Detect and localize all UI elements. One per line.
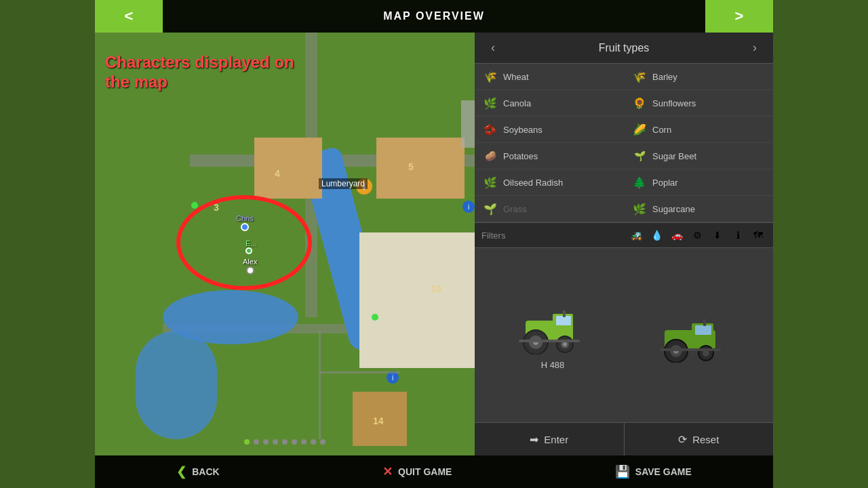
map-overview-title: MAP OVERVIEW xyxy=(163,10,705,22)
fruit-item-soybeans[interactable]: 🫘 Soybeans xyxy=(475,117,624,143)
bottom-bar: ❮ BACK ✕ QUIT GAME 💾 SAVE GAME xyxy=(95,455,773,488)
vehicle-area: H 488 xyxy=(475,248,773,422)
sugarcane-icon: 🌿 xyxy=(632,201,647,216)
fruit-label-wheat: Wheat xyxy=(503,72,529,82)
top-bar: < MAP OVERVIEW > xyxy=(95,0,773,33)
oilseed-icon: 🌿 xyxy=(483,175,498,190)
enter-button[interactable]: ➡ Enter xyxy=(475,423,625,455)
field-num-4: 4 xyxy=(275,168,280,179)
map-road-vert xyxy=(319,331,321,439)
map-building-4 xyxy=(461,100,475,148)
svg-rect-13 xyxy=(695,325,711,335)
field-num-14: 14 xyxy=(373,415,384,426)
back-label: BACK xyxy=(192,466,219,477)
fruit-prev-button[interactable]: ‹ xyxy=(486,39,500,56)
dot-6[interactable] xyxy=(292,439,297,445)
fruit-label-sugarcane: Sugarcane xyxy=(652,204,695,214)
fruit-item-grass[interactable]: 🌱 Grass xyxy=(475,196,624,222)
wheat-icon: 🌾 xyxy=(483,69,498,84)
fruit-label-potatoes: Potatoes xyxy=(503,151,538,161)
lumberyard-label: Lumberyard xyxy=(319,178,368,189)
filter-download-icon[interactable]: ⬇ xyxy=(709,227,726,243)
dot-5[interactable] xyxy=(282,439,288,445)
reset-button[interactable]: ⟳ Reset xyxy=(625,423,774,455)
svg-rect-3 xyxy=(563,310,566,317)
dot-4[interactable] xyxy=(273,439,278,445)
poplar-icon: 🌲 xyxy=(632,175,647,190)
map-marker-1: i xyxy=(462,201,475,213)
quit-icon: ✕ xyxy=(382,464,393,479)
dot-8[interactable] xyxy=(311,439,316,445)
field-num-3: 3 xyxy=(214,202,219,213)
fruit-item-corn[interactable]: 🌽 Corn xyxy=(624,117,773,143)
map-building-2 xyxy=(376,138,465,199)
fruit-label-sunflowers: Sunflowers xyxy=(652,98,696,108)
filter-tractor-icon[interactable]: 🚜 xyxy=(628,227,644,243)
dot-3[interactable] xyxy=(263,439,269,445)
fruit-label-corn: Corn xyxy=(652,125,671,135)
reset-icon: ⟳ xyxy=(678,433,687,446)
dot-7[interactable] xyxy=(301,439,307,445)
fruit-types-title: Fruit types xyxy=(599,42,650,54)
vehicle-item-2[interactable] xyxy=(654,308,736,363)
map-river-3 xyxy=(136,331,217,439)
right-panel: ‹ Fruit types › 🌾 Wheat 🌾 Barley 🌿 Canol… xyxy=(475,33,773,455)
green-dot-2 xyxy=(372,314,378,321)
fruit-item-canola[interactable]: 🌿 Canola xyxy=(475,90,624,117)
svg-point-9 xyxy=(563,342,567,346)
vehicle-name: H 488 xyxy=(541,360,565,370)
save-button[interactable]: 💾 SAVE GAME xyxy=(601,459,705,485)
vehicle-item-1[interactable]: H 488 xyxy=(512,300,593,370)
fruit-item-barley[interactable]: 🌾 Barley xyxy=(624,64,773,90)
fruit-item-sunflowers[interactable]: 🌻 Sunflowers xyxy=(624,90,773,117)
filters-row: Filters 🚜 💧 🚗 ⚙ ⬇ ℹ 🗺 xyxy=(475,223,773,248)
filter-water-icon[interactable]: 💧 xyxy=(648,227,665,243)
fruit-item-poplar[interactable]: 🌲 Poplar xyxy=(624,169,773,196)
prev-icon: < xyxy=(125,7,134,25)
map-area[interactable]: Characters displayed on the map 3 4 5 10… xyxy=(95,33,475,455)
filter-map-icon[interactable]: 🗺 xyxy=(750,227,766,243)
fruit-item-wheat[interactable]: 🌾 Wheat xyxy=(475,64,624,90)
filter-car-icon[interactable]: 🚗 xyxy=(669,227,685,243)
soy-icon: 🫘 xyxy=(483,122,498,137)
quit-button[interactable]: ✕ QUIT GAME xyxy=(369,459,465,485)
player-chris: Chris xyxy=(236,214,254,232)
fruit-item-oilseed[interactable]: 🌿 Oilseed Radish xyxy=(475,169,624,196)
dot-1[interactable] xyxy=(244,439,250,445)
fruit-label-oilseed: Oilseed Radish xyxy=(503,178,563,188)
filter-gear-icon[interactable]: ⚙ xyxy=(689,227,705,243)
fruit-label-grass: Grass xyxy=(503,204,527,214)
fruit-item-sugarcane[interactable]: 🌿 Sugarcane xyxy=(624,196,773,222)
panel-header: ‹ Fruit types › xyxy=(475,33,773,64)
canola-icon: 🌿 xyxy=(483,96,498,110)
filter-info-icon[interactable]: ℹ xyxy=(730,227,746,243)
corn-icon: 🌽 xyxy=(632,122,647,137)
fruit-item-potatoes[interactable]: 🥔 Potatoes xyxy=(475,143,624,169)
fruit-item-sugarbeet[interactable]: 🌱 Sugar Beet xyxy=(624,143,773,169)
save-label: SAVE GAME xyxy=(635,466,692,477)
enter-icon: ➡ xyxy=(530,433,538,446)
outer-wrapper: < MAP OVERVIEW > Characters displayed on… xyxy=(0,0,868,488)
svg-rect-2 xyxy=(556,316,571,325)
map-road-horiz xyxy=(319,371,400,373)
svg-rect-10 xyxy=(519,340,580,342)
fruit-next-button[interactable]: › xyxy=(747,39,762,56)
sunflower-icon: 🌻 xyxy=(632,96,647,110)
next-button[interactable]: > xyxy=(705,0,773,33)
svg-rect-20 xyxy=(660,348,721,351)
reset-label: Reset xyxy=(692,434,719,445)
next-icon: > xyxy=(735,7,744,25)
map-building-1 xyxy=(254,138,322,199)
dot-9[interactable] xyxy=(320,439,326,445)
side-bar-right xyxy=(773,0,868,488)
side-bar-left xyxy=(0,0,95,488)
dot-2[interactable] xyxy=(254,439,259,445)
prev-button[interactable]: < xyxy=(95,0,163,33)
back-icon: ❮ xyxy=(176,464,186,479)
vehicle-image-2 xyxy=(654,308,736,363)
fruit-label-sugarbeet: Sugar Beet xyxy=(652,151,696,161)
pagination-dots xyxy=(95,436,475,447)
player-alex: Alex xyxy=(243,258,257,275)
filters-label: Filters xyxy=(481,230,624,241)
back-button[interactable]: ❮ BACK xyxy=(163,459,233,485)
